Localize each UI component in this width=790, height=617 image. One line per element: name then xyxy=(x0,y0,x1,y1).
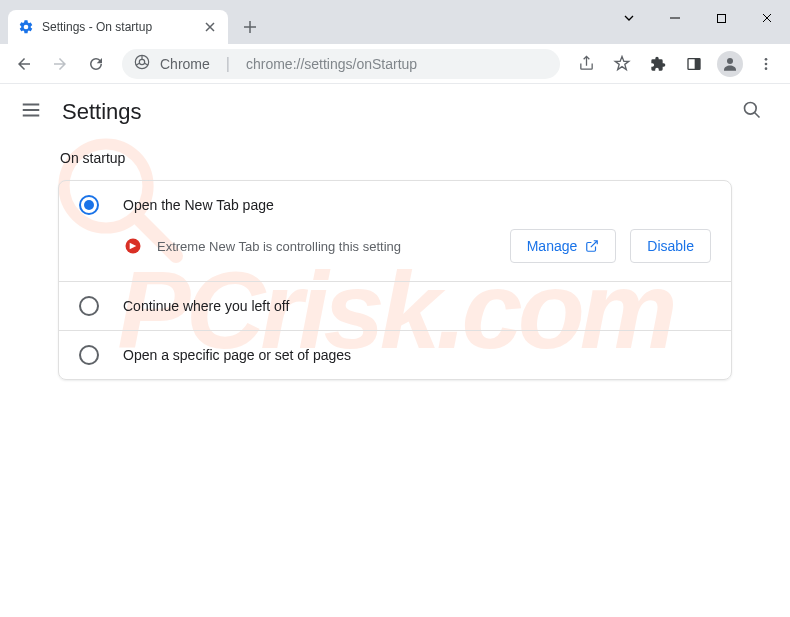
window-close-button[interactable] xyxy=(744,0,790,36)
option-new-tab[interactable]: Open the New Tab page xyxy=(59,181,731,229)
chrome-icon xyxy=(134,54,150,74)
url-divider: | xyxy=(226,55,230,73)
manage-button[interactable]: Manage xyxy=(510,229,617,263)
radio-new-tab[interactable] xyxy=(79,195,99,215)
option-label: Continue where you left off xyxy=(123,298,289,314)
svg-line-13 xyxy=(755,113,760,118)
svg-point-10 xyxy=(765,62,768,65)
radio-continue[interactable] xyxy=(79,296,99,316)
open-external-icon xyxy=(585,239,599,253)
forward-button[interactable] xyxy=(44,48,76,80)
back-button[interactable] xyxy=(8,48,40,80)
svg-point-5 xyxy=(139,59,144,64)
svg-point-8 xyxy=(727,58,733,64)
settings-content: On startup Open the New Tab page Extreme… xyxy=(0,140,790,390)
svg-rect-3 xyxy=(717,14,725,22)
settings-header: Settings xyxy=(0,84,790,140)
tab-search-button[interactable] xyxy=(606,0,652,36)
page-title: Settings xyxy=(62,99,142,125)
startup-options-card: Open the New Tab page Extreme New Tab is… xyxy=(58,180,732,380)
disable-button[interactable]: Disable xyxy=(630,229,711,263)
disable-button-label: Disable xyxy=(647,238,694,254)
svg-point-11 xyxy=(765,67,768,70)
svg-point-9 xyxy=(765,58,768,61)
svg-rect-7 xyxy=(695,58,700,69)
side-panel-icon[interactable] xyxy=(678,48,710,80)
extension-icon xyxy=(123,236,143,256)
menu-icon[interactable] xyxy=(750,48,782,80)
search-icon[interactable] xyxy=(734,92,770,132)
section-title: On startup xyxy=(58,150,732,166)
option-specific-pages[interactable]: Open a specific page or set of pages xyxy=(59,331,731,379)
svg-point-12 xyxy=(745,103,757,115)
url-scheme-label: Chrome xyxy=(160,56,210,72)
window-maximize-button[interactable] xyxy=(698,0,744,36)
reload-button[interactable] xyxy=(80,48,112,80)
extensions-icon[interactable] xyxy=(642,48,674,80)
bookmark-icon[interactable] xyxy=(606,48,638,80)
extension-controlling-row: Extreme New Tab is controlling this sett… xyxy=(59,229,731,281)
option-label: Open a specific page or set of pages xyxy=(123,347,351,363)
hamburger-icon[interactable] xyxy=(20,99,42,125)
option-continue[interactable]: Continue where you left off xyxy=(59,282,731,330)
new-tab-button[interactable] xyxy=(236,13,264,41)
browser-titlebar: Settings - On startup xyxy=(0,0,790,44)
gear-icon xyxy=(18,19,34,35)
extension-message: Extreme New Tab is controlling this sett… xyxy=(157,239,496,254)
tab-title: Settings - On startup xyxy=(42,20,194,34)
address-bar[interactable]: Chrome | chrome://settings/onStartup xyxy=(122,49,560,79)
radio-specific-pages[interactable] xyxy=(79,345,99,365)
option-label: Open the New Tab page xyxy=(123,197,274,213)
url-text: chrome://settings/onStartup xyxy=(246,56,417,72)
browser-toolbar: Chrome | chrome://settings/onStartup xyxy=(0,44,790,84)
window-minimize-button[interactable] xyxy=(652,0,698,36)
browser-tab[interactable]: Settings - On startup xyxy=(8,10,228,44)
close-icon[interactable] xyxy=(202,19,218,35)
profile-avatar[interactable] xyxy=(717,51,743,77)
manage-button-label: Manage xyxy=(527,238,578,254)
share-icon[interactable] xyxy=(570,48,602,80)
